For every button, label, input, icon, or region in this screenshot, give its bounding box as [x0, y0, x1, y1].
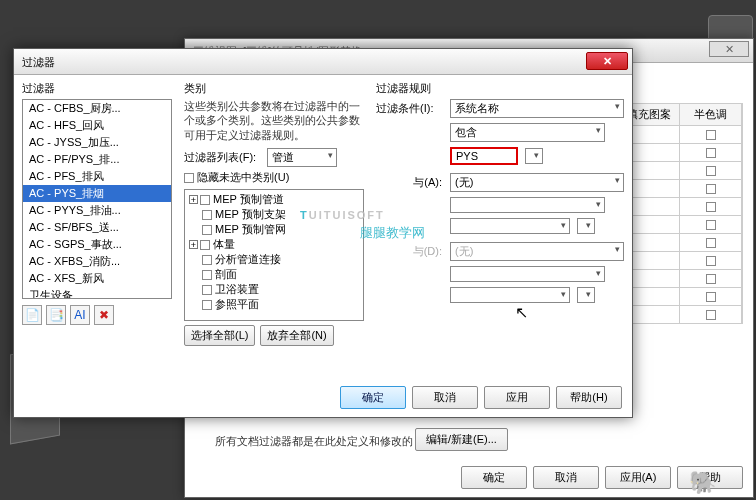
rename-filter-icon[interactable]: AI [70, 305, 90, 325]
list-item[interactable]: AC - XFBS_消防... [23, 253, 171, 270]
parent-cancel-button[interactable]: 取消 [533, 466, 599, 489]
and-operator-combo[interactable] [450, 197, 605, 213]
and2-label: 与(D): [376, 244, 446, 259]
and-label: 与(A): [376, 175, 446, 190]
halftone-check[interactable] [706, 238, 716, 248]
and2-value-combo[interactable] [450, 287, 570, 303]
halftone-check[interactable] [706, 310, 716, 320]
copy-filter-icon[interactable]: 📑 [46, 305, 66, 325]
filter-list-label: 过滤器列表(F): [184, 150, 264, 165]
list-item-selected[interactable]: AC - PYS_排烟 [23, 185, 171, 202]
and2-param-combo[interactable]: (无) [450, 242, 624, 261]
parent-apply-button[interactable]: 应用(A) [605, 466, 671, 489]
and-extra-combo[interactable] [577, 218, 595, 234]
value-extra-combo[interactable] [525, 148, 543, 164]
filter-titlebar[interactable]: 过滤器 ✕ [14, 49, 632, 75]
list-item[interactable]: AC - HFS_回风 [23, 117, 171, 134]
cat-item[interactable]: 分析管道连接 [187, 252, 361, 267]
filters-listbox[interactable]: AC - CFBS_厨房... AC - HFS_回风 AC - JYSS_加压… [22, 99, 172, 299]
operator-combo[interactable]: 包含 [450, 123, 605, 142]
parent-close-button[interactable]: ✕ [709, 41, 749, 57]
filter-list-combo[interactable]: 管道 [267, 148, 337, 167]
halftone-check[interactable] [706, 166, 716, 176]
filter-close-button[interactable]: ✕ [586, 52, 628, 70]
filter-value-input[interactable]: PYS [450, 147, 518, 165]
categories-list[interactable]: +MEP 预制管道 MEP 预制支架 MEP 预制管网 +体量 分析管道连接 剖… [184, 189, 364, 321]
dlg-ok-button[interactable]: 确定 [340, 386, 406, 409]
filter-title-text: 过滤器 [22, 56, 55, 68]
list-item[interactable]: AC - PF/PYS_排... [23, 151, 171, 168]
cat-item[interactable]: MEP 预制支架 [187, 207, 361, 222]
list-item[interactable]: AC - SF/BFS_送... [23, 219, 171, 236]
filter-condition-label: 过滤条件(I): [376, 101, 446, 116]
elephant-icon: 🐘 [689, 470, 716, 496]
categories-desc: 这些类别公共参数将在过滤器中的一个或多个类别。这些类别的公共参数可用于定义过滤器… [184, 99, 364, 142]
list-item[interactable]: AC - SGPS_事故... [23, 236, 171, 253]
cat-item[interactable]: 参照平面 [187, 297, 361, 312]
and2-operator-combo[interactable] [450, 266, 605, 282]
and2-extra-combo[interactable] [577, 287, 595, 303]
hide-unchecked-label: 隐藏未选中类别(U) [197, 171, 289, 183]
halftone-check[interactable] [706, 256, 716, 266]
cat-item[interactable]: +MEP 预制管道 [187, 192, 361, 207]
halftone-check[interactable] [706, 130, 716, 140]
select-all-button[interactable]: 选择全部(L) [184, 325, 255, 346]
list-item[interactable]: AC - PYYS_排油... [23, 202, 171, 219]
dlg-help-button[interactable]: 帮助(H) [556, 386, 622, 409]
cat-item[interactable]: MEP 预制管网 [187, 222, 361, 237]
halftone-check[interactable] [706, 220, 716, 230]
col-halftone: 半色调 [680, 104, 742, 125]
parent-ok-button[interactable]: 确定 [461, 466, 527, 489]
filters-section-title: 过滤器 [22, 81, 172, 96]
list-item[interactable]: AC - JYSS_加压... [23, 134, 171, 151]
cat-item[interactable]: 剖面 [187, 267, 361, 282]
and-param-combo[interactable]: (无) [450, 173, 624, 192]
dlg-cancel-button[interactable]: 取消 [412, 386, 478, 409]
categories-section-title: 类别 [184, 81, 364, 96]
param-combo[interactable]: 系统名称 [450, 99, 624, 118]
list-item[interactable]: 卫生设备 [23, 287, 171, 299]
list-item[interactable]: AC - PFS_排风 [23, 168, 171, 185]
list-item[interactable]: AC - CFBS_厨房... [23, 100, 171, 117]
delete-filter-icon[interactable]: ✖ [94, 305, 114, 325]
halftone-check[interactable] [706, 202, 716, 212]
dlg-apply-button[interactable]: 应用 [484, 386, 550, 409]
filter-dialog: 过滤器 ✕ 过滤器 AC - CFBS_厨房... AC - HFS_回风 AC… [13, 48, 633, 418]
cat-item[interactable]: +体量 [187, 237, 361, 252]
halftone-check[interactable] [706, 148, 716, 158]
edit-new-button[interactable]: 编辑/新建(E)... [415, 428, 508, 451]
hide-unchecked-checkbox[interactable] [184, 173, 194, 183]
and-value-combo[interactable] [450, 218, 570, 234]
list-item[interactable]: AC - XFS_新风 [23, 270, 171, 287]
parent-note: 所有文档过滤器都是在此处定义和修改的 [215, 434, 413, 449]
halftone-check[interactable] [706, 184, 716, 194]
cat-item[interactable]: 卫浴装置 [187, 282, 361, 297]
new-filter-icon[interactable]: 📄 [22, 305, 42, 325]
halftone-check[interactable] [706, 292, 716, 302]
halftone-check[interactable] [706, 274, 716, 284]
rules-section-title: 过滤器规则 [376, 81, 624, 96]
deselect-all-button[interactable]: 放弃全部(N) [260, 325, 333, 346]
